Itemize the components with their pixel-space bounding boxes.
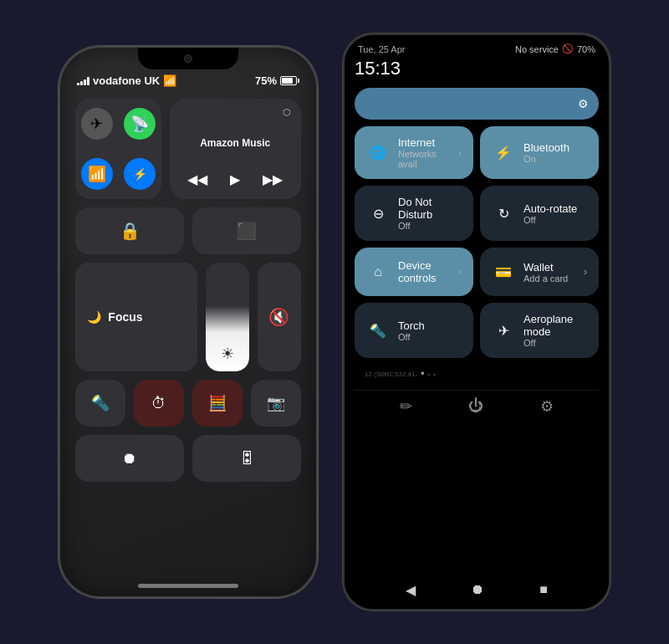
music-controls: ◀◀ ▶ ▶▶ [180,167,291,191]
qs-tile-internet[interactable]: 🌐 Internet Networks avail › [355,126,473,179]
dot-active: • [421,368,424,380]
footer-dots: 12 (S0RCS32.41- • • • [355,365,599,383]
soundwave-icon: 🎛 [239,450,254,468]
autorotate-title: Auto-rotate [523,202,577,215]
dnd-tile-text: Do Not Disturb Off [398,196,462,231]
no-service-label: No service [515,44,559,54]
cc-sliders-row: 🌙 Focus ☀ 🔇 [75,263,300,371]
play-button[interactable]: ▶ [223,167,247,191]
airplane-mode-button[interactable]: ✈ [75,99,118,149]
timer-button[interactable]: ⏱ [134,380,184,427]
calculator-button[interactable]: 🧮 [192,380,243,427]
dnd-sub: Off [398,221,462,231]
torch-icon: 🔦 [91,394,110,412]
screen-lock-button[interactable]: 🔒 [75,207,184,254]
qs-tile-device-controls[interactable]: ⌂ Device controls › [355,248,473,296]
record-button[interactable]: ⏺ [75,435,184,482]
camera-icon: 📷 [267,394,285,412]
settings-gear-icon[interactable]: ⚙ [540,397,554,416]
wifi-icon: 📶 [88,165,106,183]
aeroplane-sub: Off [523,338,587,348]
mute-icon: 🔇 [268,307,289,327]
qs-tiles-grid: 🌐 Internet Networks avail › ⚡ Bluetooth … [355,126,599,358]
prev-button[interactable]: ◀◀ [187,171,207,187]
dnd-title: Do Not Disturb [398,196,462,221]
wifi-icon: 📶 [163,74,176,87]
wallet-sub: Add a card [523,273,568,284]
footer-text: 12 (S0RCS32.41- [365,371,417,378]
wifi-button[interactable]: 📶 [75,149,118,199]
qs-tile-dnd[interactable]: ⊖ Do Not Disturb Off [355,186,473,241]
bluetooth-sub: On [523,154,569,164]
qs-tile-aeroplane[interactable]: ✈ Aeroplane mode Off [480,303,599,358]
front-camera [184,54,192,63]
torch-button[interactable]: 🔦 [75,380,125,427]
device-controls-icon: ⌂ [366,260,390,284]
home-indicator [138,584,238,588]
qs-tile-autorotate[interactable]: ↻ Auto-rotate Off [480,186,599,241]
mirror-icon: ⬛ [236,221,257,241]
edit-icon[interactable]: ✏ [400,397,412,416]
qs-tile-bluetooth[interactable]: ⚡ Bluetooth On [480,126,599,179]
next-button[interactable]: ▶▶ [263,171,283,187]
battery-label: 75% [255,74,277,87]
airplane-icon: ✈ [90,115,103,133]
music-panel[interactable]: ⬡ Amazon Music ◀◀ ▶ ▶▶ [170,99,301,199]
bluetooth-title: Bluetooth [523,141,569,154]
carrier-label: vodafone UK [93,74,160,87]
torch-sub: Off [398,332,425,342]
brightness-slider[interactable]: ☀ [206,263,249,371]
cc-mid-row: 🔒 ⬛ [75,207,300,254]
internet-sub: Networks avail [398,149,450,169]
camera-button[interactable]: 📷 [251,380,301,427]
airplay-icon: ⬡ [283,107,291,118]
wallet-arrow: › [584,266,587,278]
settings-icon: ⚙ [578,97,589,110]
status-left: vodafone UK 📶 [77,74,176,87]
brightness-icon: ☀ [221,345,234,363]
search-bar[interactable]: ⚙ [355,88,599,120]
battery-label: 70% [577,44,595,54]
mobile-data-button[interactable]: 📡 [119,99,161,149]
cc-top-row: ✈ 📡 📶 ⚡ ⬡ Amazon Music ◀◀ [75,99,300,199]
qs-tile-torch[interactable]: 🔦 Torch Off [355,303,473,358]
bluetooth-icon: ⚡ [133,167,147,181]
screen-mirror-button[interactable]: ⬛ [192,207,301,254]
qs-tile-wallet[interactable]: 💳 Wallet Add a card › [480,248,599,296]
android-device: Tue, 25 Apr No service 🚫 70% 15:13 ⚙ 🌐 I… [343,33,610,611]
orientation-lock-icon: 🔒 [120,221,140,241]
device-controls-tile-text: Device controls [398,259,450,284]
bluetooth-button[interactable]: ⚡ [119,149,161,199]
control-center: ✈ 📡 📶 ⚡ ⬡ Amazon Music ◀◀ [75,92,300,584]
aeroplane-icon: ✈ [492,319,515,342]
quick-settings-panel: ⚙ 🌐 Internet Networks avail › ⚡ Bluetoot… [345,83,609,570]
bluetooth-qs-icon: ⚡ [492,141,515,165]
dot-2: • [433,371,436,378]
android-time: 15:13 [355,58,599,79]
record-icon: ⏺ [122,450,137,468]
no-signal-icon: 🚫 [562,43,574,54]
dnd-icon: ⊖ [366,202,390,225]
iphone-status-bar: vodafone UK 📶 75% [60,69,316,92]
iphone-notch [138,48,238,69]
home-button[interactable]: ⏺ [471,582,484,597]
internet-title: Internet [398,136,450,149]
recents-button[interactable]: ■ [539,582,548,597]
wallet-title: Wallet [523,261,568,273]
autorotate-icon: ↻ [492,202,515,225]
moon-icon: 🌙 [87,310,101,324]
autorotate-sub: Off [523,215,577,225]
back-button[interactable]: ◀ [406,582,416,598]
signal-icon: 📡 [130,115,149,133]
android-status-icons: No service 🚫 70% [515,43,595,54]
mute-button[interactable]: 🔇 [258,263,301,371]
aeroplane-tile-text: Aeroplane mode Off [523,313,587,348]
iphone-device: vodafone UK 📶 75% ✈ 📡 📶 [59,46,318,598]
status-right: 75% [255,74,299,87]
soundwave-button[interactable]: 🎛 [192,435,301,482]
signal-icon [77,77,89,85]
focus-button[interactable]: 🌙 Focus [75,263,197,371]
power-icon[interactable]: ⏻ [468,397,483,416]
wallet-tile-text: Wallet Add a card [523,261,568,284]
dot-1: • [427,371,430,378]
